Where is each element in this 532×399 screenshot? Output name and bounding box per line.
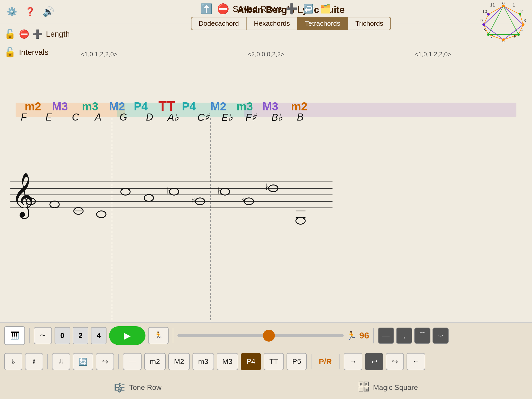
interval-M3-2: M3	[262, 100, 278, 113]
pr-label: P/R	[316, 357, 335, 366]
interval-dash[interactable]: —	[123, 353, 142, 370]
interval-M3[interactable]: M3	[217, 353, 238, 370]
top-bar: ⚙️ ❓ 🔊 ⬆️ ⛔ Saved Rows ➕ ↩️ 🗂️ Alban Ber…	[0, 0, 532, 23]
sound-button[interactable]: 🔊	[42, 5, 55, 18]
extra-buttons: — , ⌒ ⌣	[378, 328, 449, 344]
interval-P4[interactable]: P4	[241, 353, 261, 370]
staff-svg: 𝄞 ♭ ♯ ♭ ♯ ♭	[0, 119, 532, 229]
svg-text:11: 11	[490, 3, 495, 7]
magic-square-icon: P R I RI	[358, 381, 369, 394]
tab-tetrachords[interactable]: Tetrachords	[298, 17, 348, 30]
sep6	[173, 328, 173, 343]
magic-square-tab[interactable]: P R I RI Magic Square	[358, 381, 418, 394]
lock-icon[interactable]: 🔓	[4, 29, 16, 39]
export-button[interactable]: ⬆️	[200, 2, 213, 16]
vector-left: <1,0,1,2,2,0>	[81, 51, 117, 58]
svg-line-18	[484, 14, 488, 25]
tab-dodecachord[interactable]: Dodecachord	[191, 17, 247, 30]
extra-btn-4[interactable]: ⌣	[433, 328, 449, 344]
tab-hexachords[interactable]: Hexachords	[247, 17, 298, 30]
folder-button[interactable]: 🗂️	[319, 2, 332, 16]
step-button[interactable]: ↪	[96, 353, 114, 370]
remove-icon[interactable]: ⛔	[19, 29, 29, 39]
tab-trichords[interactable]: Trichords	[348, 17, 391, 30]
svg-text:9: 9	[481, 18, 483, 23]
svg-point-48	[220, 188, 230, 195]
extra-btn-2[interactable]: ,	[396, 328, 412, 344]
flat-button[interactable]: ♭	[4, 353, 22, 370]
svg-point-24	[522, 23, 524, 26]
undo-button[interactable]: ↩️	[302, 2, 315, 16]
svg-text:I: I	[361, 388, 362, 391]
repeat-button[interactable]: 🔄	[73, 353, 93, 370]
saved-rows-area: ⬆️ ⛔ Saved Rows ➕ ↩️ 🗂️	[200, 2, 332, 16]
top-left-icons: ⚙️ ❓ 🔊	[5, 5, 55, 18]
interval-P5[interactable]: P5	[287, 353, 307, 370]
interval-m3[interactable]: m3	[192, 353, 214, 370]
tone-row-icon: 🎼	[114, 382, 125, 393]
svg-point-29	[487, 13, 490, 16]
svg-text:R: R	[365, 383, 367, 386]
interval-TT[interactable]: TT	[264, 353, 284, 370]
sep3	[311, 354, 311, 369]
wave-button[interactable]: 〜	[34, 327, 52, 344]
magic-square-label: Magic Square	[373, 383, 418, 392]
interval-M2-1: M2	[109, 100, 125, 113]
sep2	[118, 354, 119, 369]
play-button[interactable]: ▶	[109, 326, 145, 345]
svg-text:RI: RI	[365, 388, 368, 391]
sharp-button[interactable]: ♯	[25, 353, 43, 370]
sep7	[373, 328, 374, 343]
interval-m3-1: m3	[82, 100, 98, 113]
svg-point-22	[502, 5, 505, 7]
remove-saved-icon[interactable]: ⛔	[217, 3, 229, 15]
metronome-button[interactable]: 🏃	[148, 327, 169, 344]
saved-rows-label: Saved Rows	[233, 4, 282, 14]
sep1	[47, 354, 48, 369]
redo-row-btn[interactable]: ↪	[386, 353, 404, 370]
staff-area: m2 M3 m3 M2 P4 TT P4 M2 m3 M3 m2 F E C A…	[0, 60, 532, 347]
interval-TT: TT	[158, 98, 175, 114]
add-icon[interactable]: ➕	[32, 29, 43, 39]
chromatic-circle-svg: 0 1 2 3 4 5 6 7 8 9 10 11	[477, 1, 529, 48]
interval-P4-1: P4	[134, 100, 148, 113]
tone-row-tab[interactable]: 🎼 Tone Row	[114, 382, 162, 393]
svg-text:2: 2	[521, 9, 523, 14]
svg-text:10: 10	[482, 9, 487, 14]
tempo-value: 96	[359, 330, 369, 341]
notes-button[interactable]: ♩♩	[52, 353, 70, 370]
tempo-thumb[interactable]	[263, 330, 275, 342]
tempo-slider[interactable]	[177, 334, 344, 337]
num-0: 0	[55, 327, 70, 344]
interval-m3-2: m3	[236, 100, 253, 113]
arrow-right-btn[interactable]: →	[344, 353, 362, 370]
back-btn[interactable]: ←	[407, 353, 425, 370]
add-saved-icon[interactable]: ➕	[286, 3, 298, 15]
highlight-band-3	[244, 103, 516, 117]
num-4: 4	[91, 327, 107, 344]
bottom-bar: 🎼 Tone Row P R I RI Magic Square	[0, 376, 532, 399]
vector-center: <2,0,0,0,2,2>	[248, 51, 284, 58]
undo-row-btn[interactable]: ↩	[365, 353, 383, 370]
bottom-toolbar: ♭ ♯ ♩♩ 🔄 ↪ — m2 M2 m3 M3 P4 TT P5 P/R → …	[0, 347, 532, 376]
tempo-icon: 🏃	[346, 331, 357, 341]
sep5	[29, 328, 30, 343]
svg-text:P: P	[360, 383, 362, 386]
interval-m2[interactable]: m2	[144, 353, 166, 370]
interval-M2[interactable]: M2	[168, 353, 190, 370]
extra-btn-3[interactable]: ⌒	[414, 328, 430, 344]
extra-btn-1[interactable]: —	[378, 328, 394, 344]
svg-point-37	[50, 201, 59, 208]
tone-row-label: Tone Row	[129, 383, 162, 392]
svg-point-28	[482, 23, 485, 26]
tempo-area	[177, 334, 344, 337]
piano-button[interactable]: 🎹	[4, 326, 25, 345]
svg-text:𝄞: 𝄞	[11, 173, 34, 219]
interval-m2-2: m2	[291, 100, 308, 113]
svg-point-44	[169, 188, 179, 195]
settings-button[interactable]: ⚙️	[5, 5, 19, 18]
help-button[interactable]: ❓	[23, 5, 37, 18]
num-2: 2	[73, 327, 88, 344]
svg-point-53	[296, 217, 305, 224]
svg-text:1: 1	[513, 3, 515, 7]
